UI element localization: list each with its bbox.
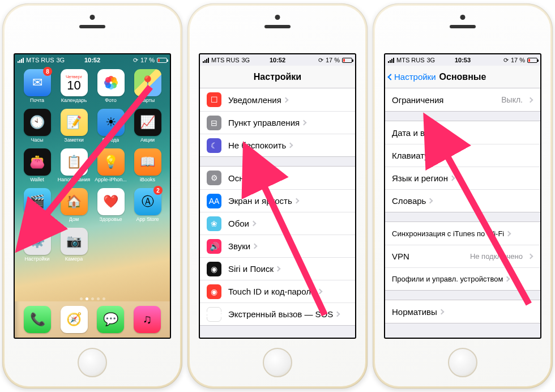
row-restrictions[interactable]: ОграниченияВыкл.: [385, 88, 540, 111]
app-settings[interactable]: ⚙️ Настройки: [19, 228, 55, 265]
carrier-label: MTS RUS: [396, 57, 425, 63]
app-appstore[interactable]: 2 Ⓐ App Store: [130, 188, 165, 225]
row-keyboard[interactable]: Клавиатура: [385, 144, 540, 167]
row-label: Обои: [228, 219, 249, 228]
earpiece: [450, 25, 476, 28]
row-dictionary[interactable]: Словарь: [385, 189, 540, 212]
row-label: Touch ID и код-пароль: [228, 287, 315, 296]
app-photos[interactable]: Фото: [93, 69, 129, 106]
mail-label: Почта: [30, 97, 44, 103]
home-screen: MTS RUS 3G 10:52 ⟳ 17 % 8 ✉︎ Почта: [14, 53, 171, 339]
row-label: Словарь: [392, 196, 426, 206]
row-datetime[interactable]: Дата и время: [385, 121, 540, 144]
reminders-label: Напоминания: [58, 177, 90, 182]
row-regulatory[interactable]: Нормативы: [385, 300, 540, 323]
wallpaper-icon: ❀: [207, 216, 221, 231]
battery-icon: [157, 58, 167, 63]
page-title: Настройки: [254, 72, 301, 82]
home-button[interactable]: [78, 348, 107, 377]
chevron-right-icon: [335, 312, 340, 317]
chevron-right-icon: [428, 198, 433, 204]
chevron-right-icon: [438, 309, 444, 314]
phone-1: MTS RUS 3G 10:52 ⟳ 17 % 8 ✉︎ Почта: [2, 3, 182, 389]
row-sounds[interactable]: 🔊Звуки: [200, 235, 355, 257]
chevron-left-icon: [387, 74, 394, 80]
row-dnd[interactable]: ☾Не беспокоить: [200, 134, 355, 156]
app-notes[interactable]: 📝 Заметки: [56, 109, 92, 146]
clock-label: Часы: [31, 137, 44, 143]
stocks-icon: 📈: [134, 109, 161, 136]
navbar: Настройки Основные: [385, 66, 540, 88]
row-profiles[interactable]: Профили и управл. устройством: [385, 267, 540, 290]
row-detail: Выкл.: [501, 95, 523, 104]
maps-label: Карты: [140, 97, 155, 103]
settings-list[interactable]: ☐Уведомления ⊟Пункт управления ☾Не беспо…: [200, 88, 355, 338]
clock-label: 10:52: [84, 57, 100, 63]
settings-icon: ⚙️: [24, 228, 51, 255]
app-health[interactable]: ❤️ Здоровье: [93, 188, 129, 225]
display-icon: AA: [207, 194, 221, 208]
home-button[interactable]: [448, 348, 477, 377]
app-stocks[interactable]: 📈 Акции: [130, 109, 165, 146]
dock-music[interactable]: ♫: [134, 306, 161, 333]
row-label: Синхронизация с iTunes по Wi-Fi: [392, 229, 504, 238]
row-sos[interactable]: SOSЭкстренный вызов — SOS: [200, 302, 355, 325]
dock-safari[interactable]: 🧭: [61, 306, 88, 333]
chevron-right-icon: [288, 143, 293, 148]
status-bar: MTS RUS 3G 10:52 ⟳ 17 %: [15, 54, 170, 66]
sounds-icon: 🔊: [207, 239, 221, 254]
row-label: Уведомления: [228, 95, 281, 105]
battery-pct: 17 %: [511, 57, 525, 63]
app-wallet[interactable]: 👛 Wallet: [19, 148, 55, 186]
health-icon: ❤️: [97, 188, 125, 215]
row-general[interactable]: ⚙Основные: [200, 167, 355, 189]
app-mail[interactable]: 8 ✉︎ Почта: [19, 69, 55, 106]
photos-icon: [97, 69, 125, 96]
app-clock[interactable]: 🕙 Часы: [19, 109, 55, 146]
row-itunes-wifi[interactable]: Синхронизация с iTunes по Wi-Fi: [385, 222, 540, 245]
app-calendar[interactable]: Четверг 10 Календарь: [56, 69, 92, 106]
chevron-right-icon: [252, 244, 258, 249]
back-button[interactable]: Настройки: [388, 72, 436, 82]
chevron-right-icon: [301, 120, 307, 126]
general-icon: ⚙: [207, 171, 221, 185]
general-list[interactable]: ОграниченияВыкл. Дата и время Клавиатура…: [385, 88, 540, 338]
app-ibooks[interactable]: 📖 iBooks: [130, 148, 165, 186]
weather-label: Погода: [103, 137, 119, 143]
row-wallpaper[interactable]: ❀Обои: [200, 212, 355, 235]
home-button[interactable]: [263, 348, 292, 377]
chevron-right-icon: [506, 231, 511, 236]
row-vpn[interactable]: VPNНе подключено: [385, 245, 540, 267]
camera-label: Камера: [65, 256, 83, 262]
app-maps[interactable]: 📍 Карты: [130, 69, 165, 106]
network-label: 3G: [427, 57, 436, 63]
app-reminders[interactable]: 📋 Напоминания: [56, 148, 92, 186]
dock-phone[interactable]: 📞: [24, 306, 51, 333]
home-label: Дом: [69, 216, 79, 222]
mail-badge: 8: [43, 67, 52, 76]
row-siri[interactable]: ◉Siri и Поиск: [200, 257, 355, 280]
app-weather[interactable]: ☀︎ Погода: [93, 109, 129, 146]
appstore-label: App Store: [136, 216, 159, 222]
sos-icon: SOS: [207, 307, 221, 322]
row-touchid[interactable]: ◉Touch ID и код-пароль: [200, 280, 355, 302]
dock-messages[interactable]: 💬: [97, 306, 124, 333]
network-label: 3G: [57, 57, 65, 63]
row-notifications[interactable]: ☐Уведомления: [200, 88, 355, 111]
photos-label: Фото: [105, 97, 117, 103]
row-control-center[interactable]: ⊟Пункт управления: [200, 111, 355, 134]
navbar: Настройки: [200, 66, 355, 88]
siri-icon: ◉: [207, 262, 221, 276]
app-camera[interactable]: 📷 Камера: [56, 228, 92, 265]
chevron-right-icon: [275, 266, 281, 272]
wallet-icon: 👛: [24, 148, 51, 176]
row-label: Не беспокоить: [228, 140, 286, 150]
app-home[interactable]: 🏠 Дом: [56, 188, 92, 225]
row-display[interactable]: AAЭкран и яркость: [200, 189, 355, 212]
app-tips[interactable]: 💡 Apple-iPhon...: [93, 148, 129, 186]
app-videos[interactable]: 🎬 Видео: [19, 188, 55, 225]
general-screen: MTS RUS 3G 10:53 ⟳ 17 % Настройки Основн…: [384, 53, 541, 339]
clock-label: 10:53: [455, 57, 471, 63]
signal-icon: [203, 58, 209, 63]
row-language[interactable]: Язык и регион: [385, 167, 540, 189]
